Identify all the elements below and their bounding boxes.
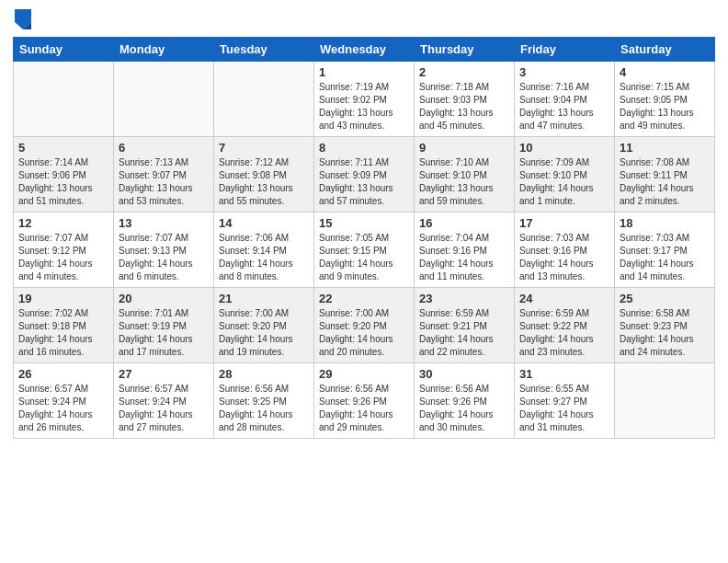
calendar-cell: 26Sunrise: 6:57 AM Sunset: 9:24 PM Dayli… xyxy=(14,363,114,439)
day-info: Sunrise: 7:11 AM Sunset: 9:09 PM Dayligh… xyxy=(319,156,409,208)
day-info: Sunrise: 7:16 AM Sunset: 9:04 PM Dayligh… xyxy=(519,81,609,132)
day-number: 14 xyxy=(219,216,309,230)
calendar-table: SundayMondayTuesdayWednesdayThursdayFrid… xyxy=(13,37,715,439)
calendar-cell: 1Sunrise: 7:19 AM Sunset: 9:02 PM Daylig… xyxy=(314,62,415,137)
day-number: 2 xyxy=(419,65,509,79)
day-info: Sunrise: 7:02 AM Sunset: 9:18 PM Dayligh… xyxy=(18,307,108,359)
day-info: Sunrise: 7:00 AM Sunset: 9:20 PM Dayligh… xyxy=(219,307,309,359)
day-info: Sunrise: 7:03 AM Sunset: 9:17 PM Dayligh… xyxy=(620,232,710,283)
weekday-header-row: SundayMondayTuesdayWednesdayThursdayFrid… xyxy=(14,38,715,62)
weekday-header-thursday: Thursday xyxy=(415,38,515,62)
calendar-cell: 23Sunrise: 6:59 AM Sunset: 9:21 PM Dayli… xyxy=(415,288,515,363)
calendar-cell: 19Sunrise: 7:02 AM Sunset: 9:18 PM Dayli… xyxy=(14,288,114,363)
day-info: Sunrise: 7:13 AM Sunset: 9:07 PM Dayligh… xyxy=(119,156,209,208)
calendar-week-1: 1Sunrise: 7:19 AM Sunset: 9:02 PM Daylig… xyxy=(14,62,715,137)
logo xyxy=(13,9,31,29)
day-number: 24 xyxy=(519,292,609,305)
calendar-cell: 7Sunrise: 7:12 AM Sunset: 9:08 PM Daylig… xyxy=(214,137,314,213)
day-info: Sunrise: 6:56 AM Sunset: 9:26 PM Dayligh… xyxy=(319,383,409,434)
day-info: Sunrise: 7:19 AM Sunset: 9:02 PM Dayligh… xyxy=(319,81,409,132)
day-info: Sunrise: 7:14 AM Sunset: 9:06 PM Dayligh… xyxy=(18,156,108,208)
day-number: 31 xyxy=(519,367,609,381)
day-number: 17 xyxy=(519,216,609,230)
day-number: 22 xyxy=(319,292,409,305)
day-info: Sunrise: 6:57 AM Sunset: 9:24 PM Dayligh… xyxy=(119,383,209,434)
calendar-cell: 17Sunrise: 7:03 AM Sunset: 9:16 PM Dayli… xyxy=(515,213,615,288)
weekday-header-saturday: Saturday xyxy=(615,38,715,62)
calendar-cell: 27Sunrise: 6:57 AM Sunset: 9:24 PM Dayli… xyxy=(114,363,214,439)
calendar-cell: 25Sunrise: 6:58 AM Sunset: 9:23 PM Dayli… xyxy=(615,288,715,363)
calendar-cell: 16Sunrise: 7:04 AM Sunset: 9:16 PM Dayli… xyxy=(415,213,515,288)
calendar-cell: 29Sunrise: 6:56 AM Sunset: 9:26 PM Dayli… xyxy=(314,363,415,439)
calendar-cell xyxy=(214,62,314,137)
day-info: Sunrise: 7:07 AM Sunset: 9:12 PM Dayligh… xyxy=(18,232,108,283)
day-info: Sunrise: 7:08 AM Sunset: 9:11 PM Dayligh… xyxy=(620,156,710,208)
day-number: 12 xyxy=(18,216,108,230)
day-info: Sunrise: 6:59 AM Sunset: 9:22 PM Dayligh… xyxy=(519,307,609,359)
calendar-cell: 30Sunrise: 6:56 AM Sunset: 9:26 PM Dayli… xyxy=(415,363,515,439)
day-number: 11 xyxy=(620,141,710,155)
day-info: Sunrise: 7:15 AM Sunset: 9:05 PM Dayligh… xyxy=(620,81,710,132)
day-info: Sunrise: 7:03 AM Sunset: 9:16 PM Dayligh… xyxy=(519,232,609,283)
calendar-cell: 21Sunrise: 7:00 AM Sunset: 9:20 PM Dayli… xyxy=(214,288,314,363)
calendar-cell: 12Sunrise: 7:07 AM Sunset: 9:12 PM Dayli… xyxy=(14,213,114,288)
calendar-cell: 24Sunrise: 6:59 AM Sunset: 9:22 PM Dayli… xyxy=(515,288,615,363)
day-number: 16 xyxy=(419,216,509,230)
logo-icon xyxy=(15,9,31,29)
day-number: 4 xyxy=(620,65,710,79)
calendar-cell: 13Sunrise: 7:07 AM Sunset: 9:13 PM Dayli… xyxy=(114,213,214,288)
day-number: 9 xyxy=(419,141,509,155)
day-info: Sunrise: 6:57 AM Sunset: 9:24 PM Dayligh… xyxy=(18,383,108,434)
calendar-cell: 15Sunrise: 7:05 AM Sunset: 9:15 PM Dayli… xyxy=(314,213,415,288)
day-number: 25 xyxy=(620,292,710,305)
calendar-cell xyxy=(615,363,715,439)
calendar-cell: 10Sunrise: 7:09 AM Sunset: 9:10 PM Dayli… xyxy=(515,137,615,213)
calendar-week-3: 12Sunrise: 7:07 AM Sunset: 9:12 PM Dayli… xyxy=(14,213,715,288)
day-info: Sunrise: 6:55 AM Sunset: 9:27 PM Dayligh… xyxy=(519,383,609,434)
calendar-cell: 11Sunrise: 7:08 AM Sunset: 9:11 PM Dayli… xyxy=(615,137,715,213)
day-number: 21 xyxy=(219,292,309,305)
day-info: Sunrise: 7:09 AM Sunset: 9:10 PM Dayligh… xyxy=(519,156,609,208)
calendar-cell: 22Sunrise: 7:00 AM Sunset: 9:20 PM Dayli… xyxy=(314,288,415,363)
day-info: Sunrise: 7:18 AM Sunset: 9:03 PM Dayligh… xyxy=(419,81,509,132)
calendar-cell: 8Sunrise: 7:11 AM Sunset: 9:09 PM Daylig… xyxy=(314,137,415,213)
day-number: 3 xyxy=(519,65,609,79)
day-number: 13 xyxy=(119,216,209,230)
day-number: 20 xyxy=(119,292,209,305)
calendar-cell xyxy=(14,62,114,137)
calendar-cell xyxy=(114,62,214,137)
day-number: 1 xyxy=(319,65,409,79)
calendar-page: SundayMondayTuesdayWednesdayThursdayFrid… xyxy=(0,0,728,563)
day-number: 28 xyxy=(219,367,309,381)
day-info: Sunrise: 6:56 AM Sunset: 9:26 PM Dayligh… xyxy=(419,383,509,434)
calendar-cell: 14Sunrise: 7:06 AM Sunset: 9:14 PM Dayli… xyxy=(214,213,314,288)
calendar-cell: 28Sunrise: 6:56 AM Sunset: 9:25 PM Dayli… xyxy=(214,363,314,439)
day-info: Sunrise: 6:56 AM Sunset: 9:25 PM Dayligh… xyxy=(219,383,309,434)
day-number: 10 xyxy=(519,141,609,155)
day-info: Sunrise: 7:10 AM Sunset: 9:10 PM Dayligh… xyxy=(419,156,509,208)
calendar-cell: 9Sunrise: 7:10 AM Sunset: 9:10 PM Daylig… xyxy=(415,137,515,213)
weekday-header-wednesday: Wednesday xyxy=(314,38,415,62)
day-number: 19 xyxy=(18,292,108,305)
day-info: Sunrise: 7:04 AM Sunset: 9:16 PM Dayligh… xyxy=(419,232,509,283)
calendar-cell: 3Sunrise: 7:16 AM Sunset: 9:04 PM Daylig… xyxy=(515,62,615,137)
day-number: 27 xyxy=(119,367,209,381)
weekday-header-sunday: Sunday xyxy=(14,38,114,62)
calendar-cell: 18Sunrise: 7:03 AM Sunset: 9:17 PM Dayli… xyxy=(615,213,715,288)
day-number: 15 xyxy=(319,216,409,230)
day-info: Sunrise: 7:07 AM Sunset: 9:13 PM Dayligh… xyxy=(119,232,209,283)
calendar-cell: 6Sunrise: 7:13 AM Sunset: 9:07 PM Daylig… xyxy=(114,137,214,213)
day-number: 26 xyxy=(18,367,108,381)
weekday-header-friday: Friday xyxy=(515,38,615,62)
calendar-cell: 5Sunrise: 7:14 AM Sunset: 9:06 PM Daylig… xyxy=(14,137,114,213)
day-info: Sunrise: 7:01 AM Sunset: 9:19 PM Dayligh… xyxy=(119,307,209,359)
day-info: Sunrise: 7:00 AM Sunset: 9:20 PM Dayligh… xyxy=(319,307,409,359)
calendar-cell: 31Sunrise: 6:55 AM Sunset: 9:27 PM Dayli… xyxy=(515,363,615,439)
calendar-cell: 2Sunrise: 7:18 AM Sunset: 9:03 PM Daylig… xyxy=(415,62,515,137)
day-info: Sunrise: 7:12 AM Sunset: 9:08 PM Dayligh… xyxy=(219,156,309,208)
day-number: 6 xyxy=(119,141,209,155)
calendar-cell: 4Sunrise: 7:15 AM Sunset: 9:05 PM Daylig… xyxy=(615,62,715,137)
day-number: 23 xyxy=(419,292,509,305)
day-number: 18 xyxy=(620,216,710,230)
header xyxy=(13,9,715,29)
